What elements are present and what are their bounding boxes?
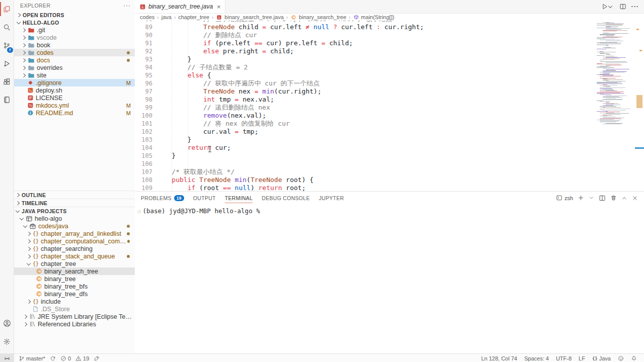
activity-bar-item-search[interactable] xyxy=(0,18,14,36)
editor-action-split-editor[interactable] xyxy=(619,3,626,10)
status-errors[interactable]: 0 xyxy=(60,355,71,361)
panel-action-close-icon[interactable] xyxy=(632,195,638,201)
activity-bar-item-notebook[interactable] xyxy=(0,90,14,109)
tree-item-referenced-libraries[interactable]: Referenced Libraries xyxy=(14,320,135,328)
tree-item-codes[interactable]: codes xyxy=(14,49,135,56)
code-line[interactable]: 109 if (root == null) return root; xyxy=(135,184,644,191)
panel-action-split-icon[interactable] xyxy=(599,195,606,202)
editor-action-run-java[interactable] xyxy=(601,3,614,10)
panel-action-trash-icon[interactable] xyxy=(610,195,617,201)
code-line[interactable]: 98 int tmp = nex.val; xyxy=(135,96,644,104)
activity-bar-item-extensions[interactable] xyxy=(0,72,14,90)
tree-item--git[interactable]: .git xyxy=(14,26,135,34)
code-line[interactable]: 103 } xyxy=(135,136,644,144)
status-warnings[interactable]: 19 xyxy=(75,355,89,361)
breadcrumb-item[interactable]: codes xyxy=(140,14,154,20)
code-line[interactable]: 102 cur.val = tmp; xyxy=(135,128,644,136)
code-line[interactable]: 99 // 递归删除结点 nex xyxy=(135,104,644,112)
code-area[interactable]: 88 // 当子结点数量 = 0 / 1 时， child = null / 该… xyxy=(135,21,644,191)
tree-item-deploy-sh[interactable]: deploy.sh xyxy=(14,86,135,94)
tree-item-mkdocs-yml[interactable]: mkdocs.ymlM xyxy=(14,102,135,109)
workspace-root-header[interactable]: HELLO-ALGO xyxy=(14,19,135,26)
status-cursor-position[interactable]: Ln 128, Col 74 xyxy=(481,355,517,361)
open-editors-header[interactable]: OPEN EDITORS xyxy=(14,11,135,19)
code-line[interactable]: 90 // 删除结点 cur xyxy=(135,31,644,39)
tree-item-binary-search-tree[interactable]: binary_search_tree xyxy=(14,267,135,275)
panel-action-plus-icon[interactable] xyxy=(578,195,584,201)
tree-item-book[interactable]: book xyxy=(14,41,135,49)
tree-item-binary-tree[interactable]: binary_tree xyxy=(14,275,135,283)
status-language-mode[interactable]: {}Java xyxy=(592,355,611,361)
tree-item-hello-algo[interactable]: hello-algo xyxy=(14,215,135,222)
terminal-shell-picker[interactable]: zsh xyxy=(556,195,573,201)
status-java-status[interactable] xyxy=(94,355,100,361)
tree-item-docs[interactable]: docs xyxy=(14,56,135,64)
code-line[interactable]: 101 // 将 nex 的值复制给 cur xyxy=(135,120,644,128)
code-line[interactable]: 94 // 子结点数量 = 2 xyxy=(135,63,644,71)
tree-item-readme-md[interactable]: README.mdM xyxy=(14,109,135,117)
activity-bar-item-accounts[interactable] xyxy=(0,314,14,332)
terminal-content[interactable]: ○ (base) jyd@JYD-MBP hello-algo % xyxy=(135,204,644,215)
section-header-java-projects[interactable]: JAVA PROJECTS xyxy=(14,207,135,215)
code-line[interactable]: 89 TreeNode child = cur.left ≠ null ? cu… xyxy=(135,23,644,31)
panel-tab-problems[interactable]: PROBLEMS19 xyxy=(141,192,184,204)
minimap[interactable] xyxy=(596,21,635,172)
tree-item-chapter-array-and-linkedlist[interactable]: {}chapter_array_and_linkedlist xyxy=(14,230,135,237)
activity-bar-item-source-control[interactable]: 7 xyxy=(0,36,14,54)
status-encoding[interactable]: UTF-8 xyxy=(556,355,572,361)
tree-item-license[interactable]: LICENSE xyxy=(14,94,135,102)
tree-item-chapter-stack-and-queue[interactable]: {}chapter_stack_and_queue xyxy=(14,252,135,260)
code-line[interactable]: 105 } xyxy=(135,152,644,160)
code-line[interactable]: 100 remove(nex.val); xyxy=(135,112,644,120)
status-indentation[interactable]: Spaces: 4 xyxy=(524,355,549,361)
code-line[interactable]: 108 public TreeNode min(TreeNode root) { xyxy=(135,176,644,184)
panel-action-chevron-down-icon[interactable] xyxy=(589,195,594,201)
breadcrumb-item[interactable]: binary_search_tree xyxy=(290,14,346,21)
section-header-outline[interactable]: OUTLINE xyxy=(14,191,135,199)
tree-item-chapter-computational-complexity[interactable]: {}chapter_computational_complexity xyxy=(14,237,135,245)
panel-tab-debug-console[interactable]: DEBUG CONSOLE xyxy=(262,192,310,204)
code-line[interactable]: 107 /* 获取最小结点 */ xyxy=(135,168,644,176)
code-line[interactable]: 106 xyxy=(135,160,644,168)
status-notifications[interactable] xyxy=(631,355,637,361)
tree-item-binary-tree-dfs[interactable]: binary_tree_dfs xyxy=(14,290,135,298)
activity-bar-item-run-and-debug[interactable] xyxy=(0,54,14,72)
tab-close-icon[interactable]: × xyxy=(217,3,221,11)
status-branch[interactable]: master* xyxy=(19,355,45,361)
editor-action-more-actions[interactable]: ··· xyxy=(631,3,639,10)
remote-indicator[interactable]: >< xyxy=(0,354,14,362)
section-header-timeline[interactable]: TIMELINE xyxy=(14,199,135,207)
tree-item-site[interactable]: site xyxy=(14,71,135,79)
explorer-more-actions[interactable]: ··· xyxy=(123,2,131,9)
panel-tab-output[interactable]: OUTPUT xyxy=(193,192,216,204)
tree-item-chapter-tree[interactable]: {}chapter_tree xyxy=(14,260,135,267)
code-line[interactable]: 96 // 获取中序遍历中 cur 的下一个结点 xyxy=(135,79,644,87)
breadcrumb-item[interactable]: java xyxy=(162,14,172,20)
code-line[interactable]: 97 TreeNode nex = min(cur.right); xyxy=(135,87,644,96)
tree-item-binary-tree-bfs[interactable]: binary_tree_bfs xyxy=(14,283,135,290)
tab-binary-search-tree[interactable]: binary_search_tree.java × xyxy=(135,0,225,13)
status-eol[interactable]: LF xyxy=(579,355,585,361)
tree-item-vscode[interactable]: vscode xyxy=(14,34,135,41)
tree-item-codes-java[interactable]: codes/java xyxy=(14,222,135,230)
breadcrumb-item[interactable]: binary_search_tree.java xyxy=(216,14,283,21)
code-line[interactable]: 91 if (pre.left == cur) pre.left = child… xyxy=(135,39,644,47)
tree-item-jre-system-library-eclipse-temurin-17-17-[interactable]: JRE System Library [Eclipse Temurin 17 [… xyxy=(14,313,135,320)
activity-bar-item-explorer[interactable] xyxy=(0,0,14,18)
breadcrumb-item[interactable]: main(String[]) xyxy=(353,14,394,20)
tree-item--gitignore[interactable]: .gitignoreM xyxy=(14,79,135,86)
panel-tab-jupyter[interactable]: JUPYTER xyxy=(319,192,344,204)
tree-item-chapter-searching[interactable]: {}chapter_searching xyxy=(14,245,135,252)
status-sync[interactable] xyxy=(50,355,56,361)
tree-item--ds-store[interactable]: .DS_Store xyxy=(14,305,135,313)
code-line[interactable]: 93 } xyxy=(135,55,644,63)
code-line[interactable]: 92 else pre.right = child; xyxy=(135,47,644,55)
tree-item-include[interactable]: {}include xyxy=(14,298,135,305)
activity-bar-item-settings[interactable] xyxy=(0,332,14,350)
panel-action-chevron-up-icon[interactable] xyxy=(621,195,627,201)
code-line[interactable]: 95 else { xyxy=(135,71,644,79)
tree-item-overrides[interactable]: overrides xyxy=(14,64,135,71)
breadcrumb-item[interactable]: chapter_tree xyxy=(178,14,209,20)
status-feedback[interactable] xyxy=(618,355,624,361)
panel-tab-terminal[interactable]: TERMINAL xyxy=(225,192,253,204)
